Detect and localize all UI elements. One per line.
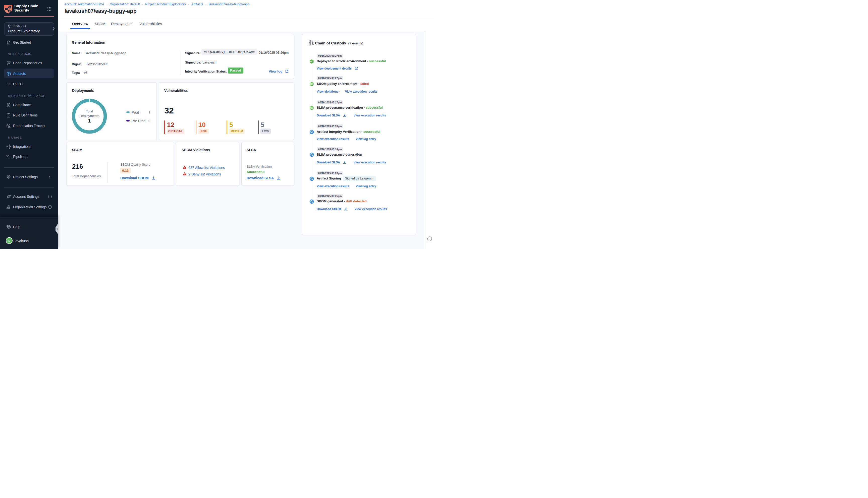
svg-text:?: ? xyxy=(8,225,9,227)
